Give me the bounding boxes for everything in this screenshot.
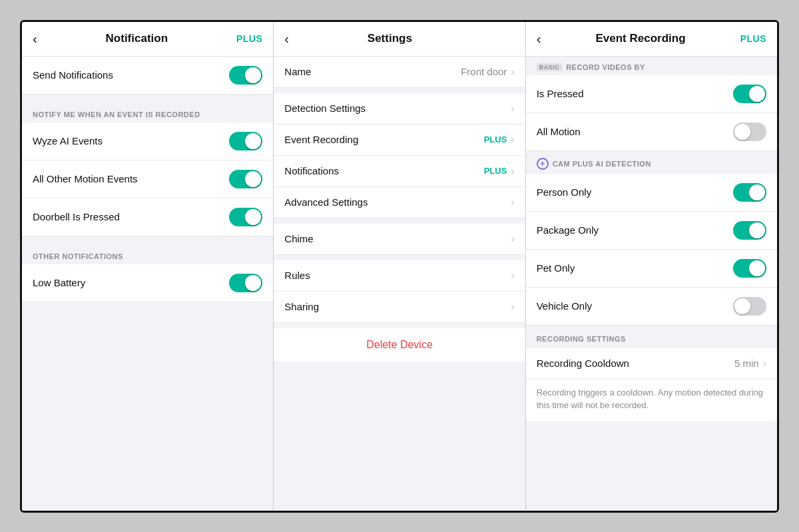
cam-plus-label: CAM PLUS AI DETECTION <box>553 160 651 168</box>
notification-content: Send Notifications NOTIFY ME WHEN AN EVE… <box>22 57 273 511</box>
delete-label[interactable]: Delete Device <box>366 339 433 351</box>
all-motion-label: All Motion <box>537 126 581 137</box>
chime-row[interactable]: Chime › <box>274 224 525 255</box>
chime-right: › <box>511 233 514 245</box>
advanced-settings-row[interactable]: Advanced Settings › <box>274 187 525 218</box>
person-only-row: Person Only <box>526 174 777 212</box>
chime-label: Chime <box>284 233 313 244</box>
recording-cooldown-value: 5 min <box>734 358 759 369</box>
settings-group-2: Detection Settings › Event Recording PLU… <box>274 93 525 218</box>
advanced-settings-chevron-icon: › <box>511 196 514 208</box>
basic-section-header: BASIC RECORD VIDEOS BY <box>526 57 777 75</box>
event-recording-label: Event Recording <box>284 134 358 145</box>
event-recording-content: BASIC RECORD VIDEOS BY Is Pressed All Mo… <box>526 57 777 511</box>
event-recording-plus-badge: PLUS <box>484 134 507 144</box>
low-battery-label: Low Battery <box>33 277 85 288</box>
settings-header: ‹ Settings <box>274 22 525 57</box>
person-only-label: Person Only <box>537 186 592 198</box>
package-only-row: Package Only <box>526 212 777 250</box>
all-other-motion-toggle[interactable] <box>229 170 262 188</box>
section1-header: NOTIFY ME WHEN AN EVENT IS RECORDED <box>22 101 273 123</box>
notifications-chevron-icon: › <box>511 165 514 177</box>
all-other-motion-label: All Other Motion Events <box>33 173 138 184</box>
recording-cooldown-row[interactable]: Recording Cooldown 5 min › <box>526 348 777 380</box>
pet-only-toggle[interactable] <box>733 259 766 278</box>
pet-only-label: Pet Only <box>537 262 575 274</box>
event-recording-panel: ‹ Event Recording PLUS BASIC RECORD VIDE… <box>526 22 777 511</box>
section2-header: OTHER NOTIFICATIONS <box>22 243 273 264</box>
notifications-label: Notifications <box>284 165 339 176</box>
vehicle-only-row: Vehicle Only <box>526 288 777 326</box>
all-other-motion-row: All Other Motion Events <box>22 160 273 198</box>
is-pressed-toggle[interactable] <box>733 85 766 103</box>
sharing-row[interactable]: Sharing › <box>274 292 525 323</box>
notification-back-button[interactable]: ‹ <box>33 31 37 47</box>
recording-cooldown-label: Recording Cooldown <box>537 358 629 369</box>
chime-chevron-icon: › <box>511 233 514 245</box>
all-motion-row: All Motion <box>526 113 777 151</box>
rules-right: › <box>511 270 514 282</box>
basic-badge: BASIC <box>537 63 563 71</box>
name-label: Name <box>284 66 311 77</box>
wyze-ai-events-label: Wyze AI Events <box>33 135 103 146</box>
name-row[interactable]: Name Front door › <box>274 57 525 88</box>
settings-group-4: Rules › Sharing › <box>274 260 525 323</box>
vehicle-only-toggle[interactable] <box>733 297 766 316</box>
detection-settings-row[interactable]: Detection Settings › <box>274 93 525 125</box>
send-notifications-label: Send Notifications <box>33 69 113 81</box>
all-motion-toggle[interactable] <box>733 123 766 141</box>
cam-plus-section-header: + CAM PLUS AI DETECTION <box>526 151 777 174</box>
event-recording-plus-badge: PLUS <box>740 33 766 44</box>
pet-only-row: Pet Only <box>526 250 777 288</box>
name-value: Front door <box>461 66 507 77</box>
notifications-row[interactable]: Notifications PLUS › <box>274 156 525 187</box>
event-recording-title: Event Recording <box>541 32 740 45</box>
main-frame: ‹ Notification PLUS Send Notifications N… <box>20 20 779 513</box>
sharing-chevron-icon: › <box>511 301 514 313</box>
settings-group-1: Name Front door › <box>274 57 525 88</box>
send-notifications-toggle[interactable] <box>229 66 262 85</box>
notifications-right: PLUS › <box>484 165 515 177</box>
recording-settings-header: RECORDING SETTINGS <box>526 326 777 348</box>
settings-back-button[interactable]: ‹ <box>284 31 289 47</box>
notification-panel: ‹ Notification PLUS Send Notifications N… <box>22 22 274 511</box>
doorbell-pressed-toggle[interactable] <box>229 208 262 226</box>
is-pressed-label: Is Pressed <box>537 88 584 99</box>
detection-settings-right: › <box>511 103 514 115</box>
event-recording-header: ‹ Event Recording PLUS <box>526 22 777 57</box>
package-only-label: Package Only <box>537 224 599 236</box>
recording-cooldown-chevron-icon: › <box>763 358 766 370</box>
settings-content: Name Front door › Detection Settings › <box>274 57 525 511</box>
person-only-toggle[interactable] <box>733 183 766 202</box>
vehicle-only-label: Vehicle Only <box>537 300 592 312</box>
notifications-plus-badge: PLUS <box>484 166 507 176</box>
doorbell-pressed-row: Doorbell Is Pressed <box>22 198 273 236</box>
package-only-toggle[interactable] <box>733 221 766 240</box>
name-row-right: Front door › <box>461 66 515 78</box>
low-battery-toggle[interactable] <box>229 274 262 292</box>
is-pressed-row: Is Pressed <box>526 75 777 113</box>
settings-panel: ‹ Settings Name Front door › Detection S… <box>274 22 525 511</box>
notification-title: Notification <box>37 32 236 45</box>
delete-row[interactable]: Delete Device <box>274 328 525 362</box>
cooldown-note: Recording triggers a cooldown. Any motio… <box>526 380 777 421</box>
record-videos-by-label: RECORD VIDEOS BY <box>566 63 645 71</box>
sharing-label: Sharing <box>284 301 319 312</box>
notification-plus-badge: PLUS <box>236 33 262 44</box>
wyze-ai-events-row: Wyze AI Events <box>22 123 273 160</box>
send-notifications-row: Send Notifications <box>22 57 273 95</box>
low-battery-row: Low Battery <box>22 264 273 302</box>
recording-settings-label: RECORDING SETTINGS <box>537 335 626 343</box>
rules-row[interactable]: Rules › <box>274 260 525 292</box>
name-chevron-icon: › <box>511 66 514 78</box>
cam-plus-icon: + <box>537 158 549 170</box>
event-recording-back-button[interactable]: ‹ <box>537 31 541 47</box>
spacer-2 <box>22 236 273 243</box>
event-recording-right: PLUS › <box>484 134 515 146</box>
sharing-right: › <box>511 301 514 313</box>
settings-group-3: Chime › <box>274 224 525 255</box>
event-recording-row[interactable]: Event Recording PLUS › <box>274 125 525 156</box>
recording-cooldown-right: 5 min › <box>734 358 766 370</box>
wyze-ai-events-toggle[interactable] <box>229 132 262 150</box>
detection-settings-chevron-icon: › <box>511 103 514 115</box>
